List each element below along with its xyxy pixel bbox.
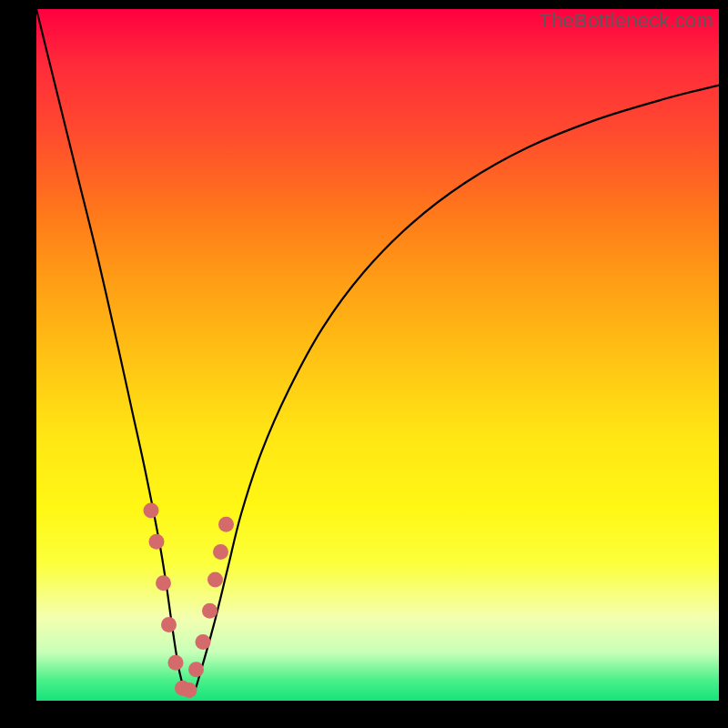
- highlight-dot: [161, 617, 177, 632]
- chart-frame: TheBottleneck.com: [0, 0, 728, 728]
- highlight-dot: [156, 575, 171, 591]
- highlight-dot: [207, 572, 223, 588]
- highlight-dot: [188, 662, 204, 677]
- highlight-dot: [218, 517, 234, 532]
- curve-layer: [36, 9, 719, 701]
- highlight-dot: [149, 534, 165, 550]
- highlight-dot: [182, 682, 197, 698]
- highlight-dot: [168, 655, 184, 671]
- highlight-dot: [196, 634, 211, 650]
- highlight-dot: [202, 603, 217, 619]
- highlight-dot: [213, 544, 228, 560]
- plot-area: TheBottleneck.com: [36, 9, 719, 701]
- bottleneck-curve: [36, 9, 719, 696]
- highlight-dot: [144, 503, 159, 519]
